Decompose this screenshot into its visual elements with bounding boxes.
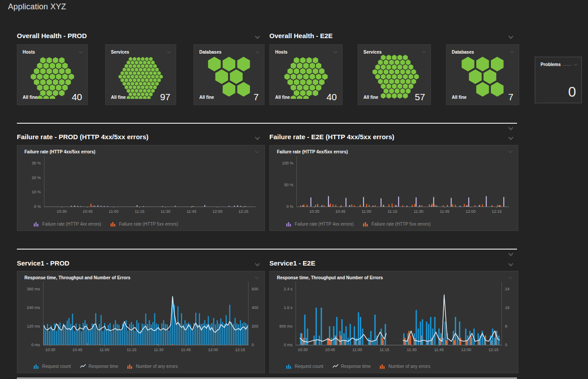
tile-title: Problems (541, 62, 561, 67)
svg-text:360 ms: 360 ms (27, 287, 40, 291)
legend-label: Request count (295, 364, 324, 369)
svg-text:11:45: 11:45 (434, 348, 444, 352)
svg-text:10:30: 10:30 (309, 209, 320, 214)
svg-text:11:30: 11:30 (161, 209, 170, 214)
svg-text:30 %: 30 % (32, 161, 41, 165)
svg-text:0 ms: 0 ms (284, 343, 292, 347)
svg-text:240 ms: 240 ms (27, 305, 40, 310)
svg-text:0: 0 (505, 343, 507, 347)
chart-panel-failure-e2e[interactable]: Failure rate (HTTP 4xx/5xx errors) Failu… (269, 145, 518, 231)
legend-item[interactable]: Failure rate (HTTP 5xx errors) (110, 221, 178, 227)
status-text: All fine (452, 95, 466, 100)
legend-label: Response time (89, 364, 118, 369)
svg-text:11:00: 11:00 (362, 209, 371, 214)
entity-count: 40 (72, 92, 82, 102)
chevron-down-icon[interactable] (508, 251, 513, 256)
chart-panel-service1-e2e[interactable]: Response time, Throughput and Number of … (269, 271, 518, 373)
legend-item[interactable]: Request count (286, 363, 324, 369)
legend-label: Failure rate (HTTP 4xx errors) (42, 222, 101, 227)
legend-item[interactable]: Failure rate (HTTP 5xx errors) (363, 221, 430, 227)
chevron-down-icon[interactable] (79, 50, 83, 53)
chart-canvas: 100 %50 %0 %10:3010:4511:0011:1511:3011:… (270, 145, 518, 231)
tile-hosts-e2e[interactable]: Hosts All fine 40 (269, 44, 343, 105)
line-chart-icon (332, 363, 339, 369)
chevron-down-icon[interactable] (508, 34, 513, 39)
status-text: All fine (275, 95, 290, 100)
svg-text:11:15: 11:15 (379, 348, 389, 352)
svg-text:12:15: 12:15 (489, 348, 499, 352)
legend-item[interactable]: Request count (33, 363, 71, 369)
divider (17, 123, 517, 124)
svg-text:11:15: 11:15 (387, 209, 397, 214)
status-text: All fine (363, 95, 378, 100)
chart-canvas: 30 %20 %10 %0 %10:3010:4511:0011:1511:30… (17, 145, 264, 231)
sparkline-placeholder (563, 65, 572, 66)
chevron-down-icon[interactable] (255, 135, 260, 140)
chevron-down-icon[interactable] (255, 275, 259, 279)
chart-panel-failure-prod[interactable]: Failure rate (HTTP 4xx/5xx errors) Failu… (17, 145, 265, 231)
section-header-service1-prod: Service1 - PROD (17, 259, 69, 267)
tile-problems[interactable]: Problems 0 (535, 57, 582, 103)
svg-text:2.4 s: 2.4 s (284, 287, 292, 291)
svg-text:10:45: 10:45 (83, 209, 93, 214)
tile-title: Databases (452, 50, 474, 55)
chevron-down-icon[interactable] (167, 50, 171, 53)
svg-text:0 %: 0 % (286, 204, 293, 209)
tile-title: Services (111, 50, 129, 55)
svg-text:11:30: 11:30 (414, 209, 423, 214)
svg-text:1.6 s: 1.6 s (284, 305, 292, 310)
svg-text:12:15: 12:15 (235, 348, 245, 352)
chevron-down-icon[interactable] (256, 50, 259, 53)
problems-count: 0 (568, 84, 576, 100)
svg-text:8: 8 (505, 324, 507, 328)
chevron-down-icon[interactable] (508, 135, 513, 140)
tile-services-e2e[interactable]: Services All fine 57 (358, 44, 431, 105)
panel-title: Failure rate (HTTP 4xx/5xx errors) (277, 149, 348, 154)
status-text: All fine (23, 95, 37, 100)
svg-text:11:30: 11:30 (154, 348, 164, 352)
chevron-down-icon[interactable] (508, 125, 513, 130)
svg-text:12:00: 12:00 (208, 348, 218, 352)
bar-chart-icon (110, 221, 117, 227)
legend-item[interactable]: Failure rate (HTTP 4xx errors) (33, 221, 101, 227)
svg-text:11:45: 11:45 (440, 209, 450, 214)
svg-text:10:45: 10:45 (325, 348, 335, 352)
legend-item[interactable]: Failure rate (HTTP 4xx errors) (286, 221, 354, 227)
chevron-down-icon[interactable] (255, 34, 260, 39)
chevron-down-icon[interactable] (422, 50, 426, 53)
entity-count: 97 (160, 92, 170, 102)
entity-count: 7 (508, 92, 513, 102)
tile-title: Hosts (23, 50, 35, 55)
chevron-down-icon[interactable] (255, 261, 260, 266)
chevron-down-icon[interactable] (334, 50, 337, 53)
chevron-down-icon[interactable] (510, 50, 514, 53)
svg-text:16: 16 (505, 305, 509, 310)
svg-text:400: 400 (252, 305, 258, 310)
svg-text:0 ms: 0 ms (31, 343, 40, 347)
legend-item[interactable]: Number of any errors (379, 363, 430, 369)
chevron-down-icon[interactable] (509, 149, 512, 153)
svg-text:24: 24 (505, 287, 509, 291)
svg-text:10:45: 10:45 (335, 209, 346, 214)
legend-item[interactable]: Number of any errors (127, 363, 178, 369)
status-text: All fine (111, 95, 126, 100)
chart-panel-service1-prod[interactable]: Response time, Throughput and Number of … (17, 271, 265, 373)
chevron-down-icon[interactable] (508, 261, 513, 266)
legend-item[interactable]: Response time (80, 363, 118, 369)
svg-text:11:00: 11:00 (352, 348, 362, 352)
bar-chart-icon (363, 221, 369, 227)
tile-databases-e2e[interactable]: Databases All fine 7 (446, 44, 519, 105)
tile-services-prod[interactable]: Services All fine 97 (105, 44, 176, 105)
chevron-down-icon[interactable] (255, 149, 259, 153)
tile-hosts-prod[interactable]: Hosts All fine 40 (17, 44, 88, 105)
svg-text:600: 600 (252, 287, 258, 291)
chart-legend: Failure rate (HTTP 4xx errors)Failure ra… (33, 221, 178, 227)
legend-label: Failure rate (HTTP 4xx errors) (295, 222, 354, 227)
chart-canvas: 2.4 s1.6 s800 ms0 ms24168010:3010:4511:0… (270, 271, 518, 373)
tile-databases-prod[interactable]: Databases All fine 7 (193, 44, 264, 105)
entity-count: 57 (415, 92, 425, 102)
svg-text:11:30: 11:30 (407, 348, 417, 352)
legend-item[interactable]: Response time (332, 363, 371, 369)
chevron-down-icon[interactable] (509, 275, 512, 279)
chevron-down-icon[interactable] (574, 62, 577, 66)
